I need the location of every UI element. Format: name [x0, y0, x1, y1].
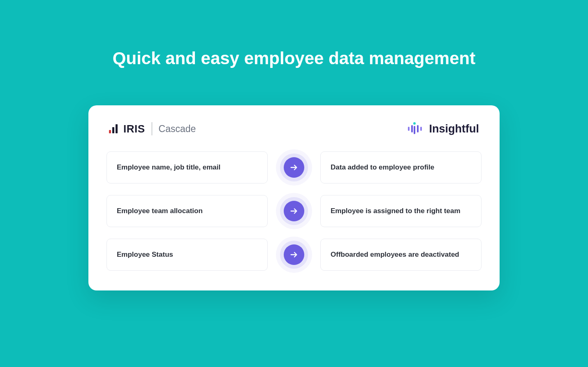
arrow-badge — [280, 153, 308, 181]
svg-point-0 — [413, 122, 416, 125]
iris-bars-icon — [109, 124, 118, 133]
arrow-right-icon — [284, 157, 304, 178]
logos-row: IRIS Cascade Insightful — [106, 122, 482, 136]
page-title: Quick and easy employee data management — [113, 49, 475, 68]
source-tile: Employee name, job title, email — [106, 151, 268, 184]
insightful-mark-icon — [405, 122, 424, 136]
logo-divider — [152, 122, 152, 135]
source-tile: Employee team allocation — [106, 195, 268, 227]
target-tile: Employee is assigned to the right team — [320, 195, 482, 227]
iris-logo-text: IRIS — [123, 123, 145, 135]
source-tile: Employee Status — [106, 239, 268, 271]
mapping-row: Employee Status Offboarded employees are… — [106, 239, 482, 271]
mapping-row: Employee team allocation Employee is ass… — [106, 195, 482, 227]
arrow-badge — [280, 197, 308, 225]
diagram-card: IRIS Cascade Insightful Employee name, j… — [88, 105, 500, 290]
svg-rect-4 — [417, 125, 419, 132]
mapping-row: Employee name, job title, email Data add… — [106, 151, 482, 184]
arrow-right-icon — [284, 201, 304, 221]
svg-rect-2 — [411, 125, 413, 132]
arrow-right-icon — [284, 244, 304, 265]
svg-rect-3 — [414, 126, 415, 134]
mapping-rows: Employee name, job title, email Data add… — [106, 151, 482, 271]
insightful-logo-text: Insightful — [429, 123, 479, 135]
cascade-logo-text: Cascade — [159, 123, 196, 135]
target-tile: Data added to employee profile — [320, 151, 482, 184]
insightful-logo: Insightful — [405, 122, 479, 136]
target-tile: Offboarded employees are deactivated — [320, 239, 482, 271]
svg-rect-5 — [420, 127, 422, 131]
svg-rect-1 — [408, 127, 410, 131]
arrow-badge — [280, 241, 308, 269]
iris-cascade-logo: IRIS Cascade — [109, 122, 196, 135]
